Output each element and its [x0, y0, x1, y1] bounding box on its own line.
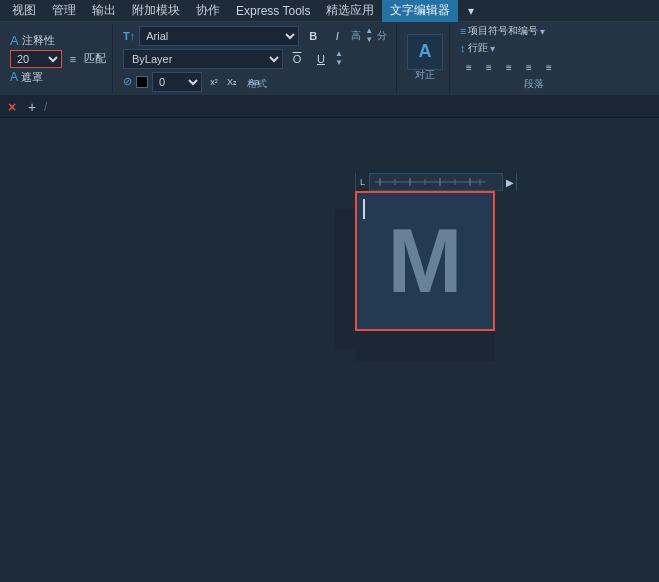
annotative-label: 注释性	[22, 33, 55, 48]
match-label: 匹配	[84, 51, 106, 66]
tab-bar: × + /	[0, 96, 659, 118]
align-center-button[interactable]: ≡	[480, 58, 498, 76]
shadow-box	[355, 331, 495, 361]
mask-row: A 遮罩	[10, 70, 106, 85]
font-name-select[interactable]: Arial	[139, 26, 299, 46]
align-section-label: 对正	[415, 68, 435, 82]
para-row1: ≡ 项目符号和编号 ▾	[460, 24, 608, 38]
align-left-button[interactable]: ≡	[460, 58, 478, 76]
line-spacing-expand: ▾	[490, 43, 495, 54]
menu-collab[interactable]: 协作	[188, 0, 228, 22]
annotative-icon: A	[10, 33, 19, 48]
menu-view[interactable]: 视图	[4, 0, 44, 22]
para-row3: ≡ ≡ ≡ ≡ ≡	[460, 58, 608, 76]
para-row2: ↕ 行距 ▾	[460, 41, 608, 55]
align-section: A 对正	[401, 24, 450, 93]
ruler: L ▶	[355, 173, 517, 191]
text-editor-popup: L ▶ M	[355, 173, 517, 361]
tab-separator: /	[44, 100, 47, 114]
fraction-stack: ▲ ▼	[365, 27, 373, 44]
menu-dropdown[interactable]: ▾	[460, 0, 482, 22]
menu-express-tools[interactable]: Express Tools	[228, 0, 318, 22]
menu-manage[interactable]: 管理	[44, 0, 84, 22]
align-symbol: A	[419, 41, 432, 62]
align-right-button[interactable]: ≡	[500, 58, 518, 76]
dropdown-icon: ▾	[468, 4, 474, 18]
size-row: 20 ≡ 匹配	[10, 50, 106, 68]
match-icon[interactable]: ≡	[65, 51, 81, 67]
line-spacing-icon: ↕	[460, 42, 466, 54]
overline-stack: ▲ ▼	[335, 50, 343, 67]
tab-add-button[interactable]: +	[24, 99, 40, 115]
text-box-container: M	[355, 191, 495, 361]
italic-button[interactable]: I	[327, 26, 347, 46]
bold-button[interactable]: B	[303, 26, 323, 46]
canvas-area: L ▶ M	[0, 118, 659, 580]
text-cursor	[363, 199, 365, 219]
toolbar: A 注释性 20 ≡ 匹配 A 遮罩 T↑ Arial B I 高 ▲	[0, 22, 659, 96]
format-section-label: 格式	[117, 77, 396, 91]
bullets-label: 项目符号和编号	[468, 24, 538, 38]
align-justify-button[interactable]: ≡	[520, 58, 538, 76]
font-row2: ByLayer O U ▲ ▼	[123, 49, 390, 69]
overline-button[interactable]: O	[287, 49, 307, 69]
underline-button[interactable]: U	[311, 49, 331, 69]
ruler-left-label: L	[356, 173, 370, 191]
annotative-row: A 注释性	[10, 33, 106, 48]
align-icon[interactable]: A	[407, 34, 443, 70]
align-distribute-button[interactable]: ≡	[540, 58, 558, 76]
font-section: T↑ Arial B I 高 ▲ ▼ 分 ByLayer O U ▲ ▼	[117, 24, 397, 93]
height-label: 高	[351, 29, 361, 43]
tab-close-button[interactable]: ×	[4, 99, 20, 115]
left-shadow	[335, 209, 355, 349]
para-section-label: 段落	[460, 77, 608, 91]
text-letter: M	[388, 216, 463, 306]
size-dropdown[interactable]: 20	[10, 50, 62, 68]
text-box[interactable]: M	[355, 191, 495, 331]
para-icon: ≡	[460, 25, 466, 37]
menu-bar: 视图 管理 输出 附加模块 协作 Express Tools 精选应用 文字编辑…	[0, 0, 659, 22]
expand-icon: ▾	[540, 26, 545, 37]
style-section: A 注释性 20 ≡ 匹配 A 遮罩	[4, 24, 113, 93]
fraction-label: 分	[377, 29, 387, 43]
font-row1: T↑ Arial B I 高 ▲ ▼ 分	[123, 26, 390, 46]
menu-text-editor[interactable]: 文字编辑器	[382, 0, 458, 22]
font-icon: T↑	[123, 30, 135, 42]
mask-icon: A	[10, 70, 18, 84]
ruler-ticks	[370, 174, 502, 190]
paragraph-section: ≡ 项目符号和编号 ▾ ↕ 行距 ▾ ≡ ≡ ≡ ≡ ≡ 段落	[454, 24, 614, 93]
ruler-right-arrow[interactable]: ▶	[502, 173, 516, 191]
menu-output[interactable]: 输出	[84, 0, 124, 22]
menu-addons[interactable]: 附加模块	[124, 0, 188, 22]
mask-label: 遮罩	[21, 70, 43, 85]
line-spacing-label: 行距	[468, 41, 488, 55]
layer-select[interactable]: ByLayer	[123, 49, 283, 69]
menu-featured-apps[interactable]: 精选应用	[318, 0, 382, 22]
